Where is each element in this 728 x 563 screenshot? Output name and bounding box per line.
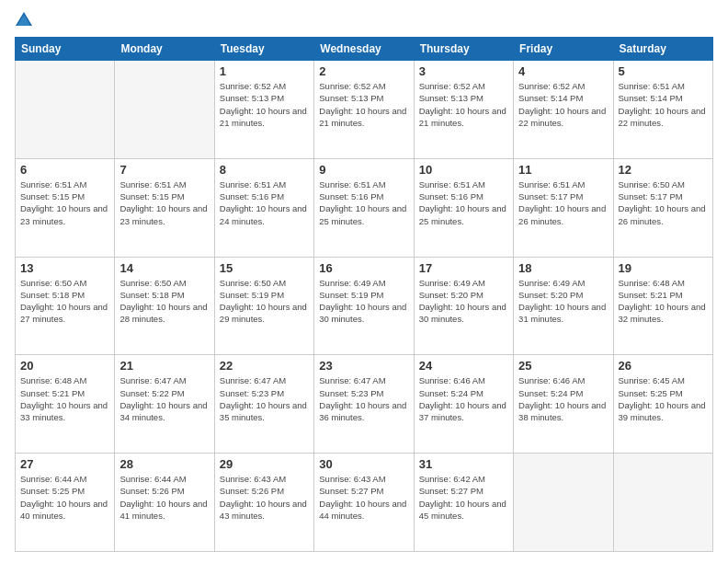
calendar-cell: 18Sunrise: 6:49 AM Sunset: 5:20 PM Dayli… (514, 257, 613, 355)
day-number: 26 (619, 359, 708, 373)
day-number: 12 (619, 163, 708, 177)
day-number: 27 (20, 457, 109, 471)
calendar-cell: 12Sunrise: 6:50 AM Sunset: 5:17 PM Dayli… (613, 158, 712, 257)
day-info: Sunrise: 6:50 AM Sunset: 5:18 PM Dayligh… (20, 277, 109, 326)
day-info: Sunrise: 6:50 AM Sunset: 5:18 PM Dayligh… (119, 277, 209, 326)
day-info: Sunrise: 6:49 AM Sunset: 5:19 PM Dayligh… (319, 277, 408, 326)
day-info: Sunrise: 6:43 AM Sunset: 5:26 PM Dayligh… (220, 473, 309, 522)
day-number: 7 (119, 163, 209, 177)
day-info: Sunrise: 6:51 AM Sunset: 5:15 PM Dayligh… (20, 178, 109, 227)
weekday-header-friday: Friday (514, 38, 613, 61)
day-info: Sunrise: 6:51 AM Sunset: 5:15 PM Dayligh… (119, 178, 209, 227)
day-info: Sunrise: 6:51 AM Sunset: 5:16 PM Dayligh… (419, 178, 508, 227)
weekday-header-row: SundayMondayTuesdayWednesdayThursdayFrid… (16, 38, 713, 61)
day-info: Sunrise: 6:52 AM Sunset: 5:13 PM Dayligh… (220, 80, 309, 129)
day-number: 13 (20, 261, 109, 275)
day-info: Sunrise: 6:49 AM Sunset: 5:20 PM Dayligh… (419, 277, 508, 326)
day-number: 2 (319, 64, 408, 78)
day-info: Sunrise: 6:44 AM Sunset: 5:25 PM Dayligh… (20, 473, 109, 522)
weekday-header-tuesday: Tuesday (214, 38, 313, 61)
day-info: Sunrise: 6:44 AM Sunset: 5:26 PM Dayligh… (119, 473, 209, 522)
weekday-header-thursday: Thursday (414, 38, 513, 61)
calendar-cell: 23Sunrise: 6:47 AM Sunset: 5:23 PM Dayli… (314, 355, 414, 454)
day-number: 6 (20, 163, 109, 177)
day-number: 5 (619, 64, 708, 78)
day-info: Sunrise: 6:43 AM Sunset: 5:27 PM Dayligh… (319, 473, 408, 522)
calendar-cell: 10Sunrise: 6:51 AM Sunset: 5:16 PM Dayli… (414, 158, 513, 257)
calendar-cell: 7Sunrise: 6:51 AM Sunset: 5:15 PM Daylig… (115, 158, 214, 257)
calendar-cell: 3Sunrise: 6:52 AM Sunset: 5:13 PM Daylig… (414, 61, 513, 159)
day-number: 8 (220, 163, 309, 177)
day-number: 18 (518, 261, 608, 275)
calendar-cell: 1Sunrise: 6:52 AM Sunset: 5:13 PM Daylig… (214, 61, 313, 159)
day-number: 15 (220, 261, 309, 275)
calendar-cell: 21Sunrise: 6:47 AM Sunset: 5:22 PM Dayli… (115, 355, 214, 454)
day-number: 9 (319, 163, 408, 177)
weekday-header-saturday: Saturday (613, 38, 712, 61)
day-info: Sunrise: 6:47 AM Sunset: 5:22 PM Dayligh… (119, 374, 209, 423)
calendar-cell: 19Sunrise: 6:48 AM Sunset: 5:21 PM Dayli… (613, 257, 712, 355)
calendar-cell: 31Sunrise: 6:42 AM Sunset: 5:27 PM Dayli… (414, 454, 513, 552)
day-number: 17 (419, 261, 508, 275)
calendar-cell: 27Sunrise: 6:44 AM Sunset: 5:25 PM Dayli… (16, 454, 115, 552)
day-info: Sunrise: 6:47 AM Sunset: 5:23 PM Dayligh… (319, 374, 408, 423)
calendar-week-row: 20Sunrise: 6:48 AM Sunset: 5:21 PM Dayli… (16, 355, 713, 454)
calendar-cell: 9Sunrise: 6:51 AM Sunset: 5:16 PM Daylig… (314, 158, 414, 257)
day-info: Sunrise: 6:49 AM Sunset: 5:20 PM Dayligh… (518, 277, 608, 326)
calendar-cell: 6Sunrise: 6:51 AM Sunset: 5:15 PM Daylig… (16, 158, 115, 257)
calendar-cell: 4Sunrise: 6:52 AM Sunset: 5:14 PM Daylig… (514, 61, 613, 159)
day-number: 16 (319, 261, 408, 275)
day-number: 21 (119, 359, 209, 373)
calendar-cell: 8Sunrise: 6:51 AM Sunset: 5:16 PM Daylig… (214, 158, 313, 257)
day-number: 24 (419, 359, 508, 373)
day-info: Sunrise: 6:51 AM Sunset: 5:14 PM Dayligh… (619, 80, 708, 129)
day-info: Sunrise: 6:47 AM Sunset: 5:23 PM Dayligh… (220, 374, 309, 423)
day-number: 10 (419, 163, 508, 177)
day-info: Sunrise: 6:50 AM Sunset: 5:19 PM Dayligh… (220, 277, 309, 326)
day-number: 1 (220, 64, 309, 78)
day-number: 11 (518, 163, 608, 177)
calendar-cell: 17Sunrise: 6:49 AM Sunset: 5:20 PM Dayli… (414, 257, 513, 355)
day-info: Sunrise: 6:48 AM Sunset: 5:21 PM Dayligh… (619, 277, 708, 326)
logo-icon (15, 11, 33, 29)
calendar-cell (514, 454, 613, 552)
calendar-week-row: 1Sunrise: 6:52 AM Sunset: 5:13 PM Daylig… (16, 61, 713, 159)
page: SundayMondayTuesdayWednesdayThursdayFrid… (0, 0, 728, 563)
calendar-cell (613, 454, 712, 552)
calendar-cell: 14Sunrise: 6:50 AM Sunset: 5:18 PM Dayli… (115, 257, 214, 355)
calendar-table: SundayMondayTuesdayWednesdayThursdayFrid… (15, 37, 713, 552)
calendar-cell: 29Sunrise: 6:43 AM Sunset: 5:26 PM Dayli… (214, 454, 313, 552)
calendar-cell: 16Sunrise: 6:49 AM Sunset: 5:19 PM Dayli… (314, 257, 414, 355)
calendar-cell: 15Sunrise: 6:50 AM Sunset: 5:19 PM Dayli… (214, 257, 313, 355)
calendar-cell: 20Sunrise: 6:48 AM Sunset: 5:21 PM Dayli… (16, 355, 115, 454)
day-info: Sunrise: 6:42 AM Sunset: 5:27 PM Dayligh… (419, 473, 508, 522)
calendar-cell (16, 61, 115, 159)
day-number: 28 (119, 457, 209, 471)
calendar-week-row: 27Sunrise: 6:44 AM Sunset: 5:25 PM Dayli… (16, 454, 713, 552)
calendar-cell: 25Sunrise: 6:46 AM Sunset: 5:24 PM Dayli… (514, 355, 613, 454)
calendar-cell: 5Sunrise: 6:51 AM Sunset: 5:14 PM Daylig… (613, 61, 712, 159)
day-number: 25 (518, 359, 608, 373)
day-info: Sunrise: 6:51 AM Sunset: 5:17 PM Dayligh… (518, 178, 608, 227)
day-info: Sunrise: 6:48 AM Sunset: 5:21 PM Dayligh… (20, 374, 109, 423)
day-number: 23 (319, 359, 408, 373)
day-number: 3 (419, 64, 508, 78)
day-info: Sunrise: 6:50 AM Sunset: 5:17 PM Dayligh… (619, 178, 708, 227)
logo (15, 11, 37, 29)
calendar-cell: 26Sunrise: 6:45 AM Sunset: 5:25 PM Dayli… (613, 355, 712, 454)
calendar-cell: 22Sunrise: 6:47 AM Sunset: 5:23 PM Dayli… (214, 355, 313, 454)
day-info: Sunrise: 6:52 AM Sunset: 5:14 PM Dayligh… (518, 80, 608, 129)
day-info: Sunrise: 6:51 AM Sunset: 5:16 PM Dayligh… (319, 178, 408, 227)
day-number: 4 (518, 64, 608, 78)
day-number: 19 (619, 261, 708, 275)
day-number: 20 (20, 359, 109, 373)
calendar-cell (115, 61, 214, 159)
weekday-header-sunday: Sunday (16, 38, 115, 61)
header (15, 11, 713, 29)
day-info: Sunrise: 6:45 AM Sunset: 5:25 PM Dayligh… (619, 374, 708, 423)
calendar-cell: 11Sunrise: 6:51 AM Sunset: 5:17 PM Dayli… (514, 158, 613, 257)
weekday-header-monday: Monday (115, 38, 214, 61)
calendar-cell: 30Sunrise: 6:43 AM Sunset: 5:27 PM Dayli… (314, 454, 414, 552)
day-number: 30 (319, 457, 408, 471)
calendar-cell: 24Sunrise: 6:46 AM Sunset: 5:24 PM Dayli… (414, 355, 513, 454)
